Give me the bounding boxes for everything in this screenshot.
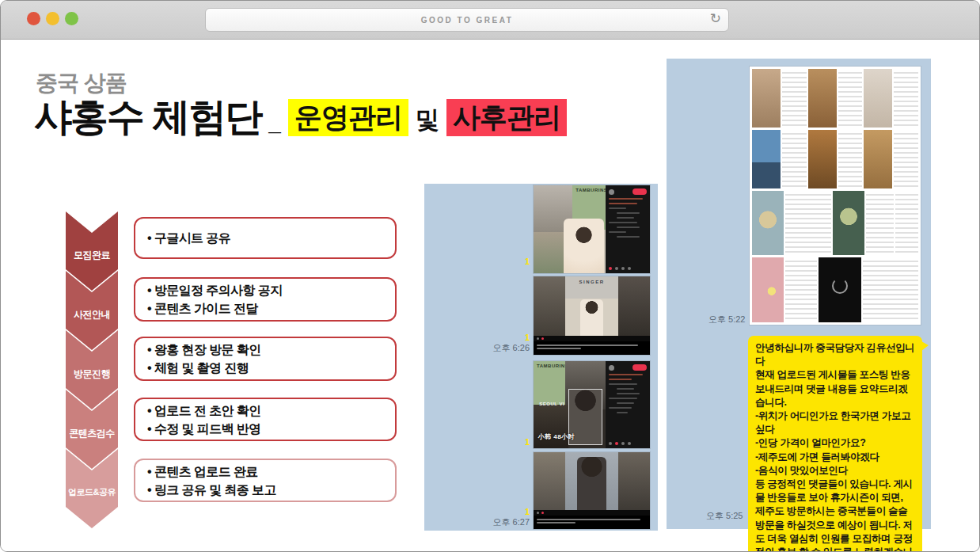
post-comment-panel xyxy=(606,361,650,448)
refresh-icon[interactable]: ↻ xyxy=(710,10,721,27)
video-frame: SINGER xyxy=(565,276,619,336)
slide-content: 중국 상품 샤홍수 체험단 _ 운영관리 및 사후관리 모집완료 사전안내 방문… xyxy=(1,40,979,552)
flow-step-box-3: • 왕홍 현장 방문 확인 • 체험 및 촬영 진행 xyxy=(134,337,397,381)
chat-screenshot-left: TAMBURINS 1 xyxy=(424,184,658,531)
post-photo-collage: TAMBURINS xyxy=(534,185,606,273)
title-connector: 및 xyxy=(416,108,439,136)
step-item: • 수정 및 피드백 반영 xyxy=(147,420,383,438)
step-item: • 왕홍 현장 방문 확인 xyxy=(147,341,383,359)
tamburins-poster: TAMBURINS xyxy=(534,361,565,406)
photo-message[interactable]: TAMBURINS SEOUL VI 小韩 48小时 xyxy=(534,361,650,448)
chat-bubble-tail xyxy=(921,341,929,351)
address-bar[interactable]: GOOD TO GREAT ↻ xyxy=(205,8,729,32)
window-controls xyxy=(27,12,78,25)
message-meta: 1 오후 6:26 xyxy=(493,333,530,353)
browser-window: GOOD TO GREAT ↻ 중국 상품 샤홍수 체험단 _ 운영관리 및 사… xyxy=(0,0,980,552)
flow-step-box-1: • 구글시트 공유 xyxy=(134,217,397,259)
unread-count: 1 xyxy=(493,507,530,517)
flow-step-label: 사전안내 xyxy=(66,308,118,322)
unread-count: 1 xyxy=(525,437,530,447)
title-highlight-yellow: 운영관리 xyxy=(288,99,408,136)
close-window-button[interactable] xyxy=(27,12,40,25)
step-item: • 콘텐츠 가이드 전달 xyxy=(147,299,383,318)
slide-eyebrow: 중국 상품 xyxy=(36,68,127,98)
singer-sign: SINGER xyxy=(565,280,619,284)
flow-step-box-4: • 업로드 전 초안 확인 • 수정 및 피드백 반영 xyxy=(134,398,397,441)
step-item: • 구글시트 공유 xyxy=(147,229,383,247)
flow-step-label: 모집완료 xyxy=(66,249,118,262)
flow-step-label: 업로드&공유 xyxy=(66,486,118,498)
message-time: 오후 6:26 xyxy=(493,343,530,353)
step-item: • 링크 공유 및 최종 보고 xyxy=(147,481,383,499)
follow-button xyxy=(632,188,647,195)
minimize-window-button[interactable] xyxy=(46,12,59,25)
message-time: 오후 5:25 xyxy=(706,510,743,522)
posts-grid-image[interactable] xyxy=(750,67,921,325)
caption-label: 小韩 48小时 xyxy=(537,432,575,441)
flow-step-box-2: • 방문일정 주의사항 공지 • 콘텐츠 가이드 전달 xyxy=(134,277,397,322)
slide-title: 샤홍수 체험단 _ 운영관리 및 사후관리 xyxy=(34,98,567,136)
follow-button xyxy=(632,364,647,371)
message-meta: 1 오후 6:27 xyxy=(493,507,530,527)
title-highlight-red: 사후관리 xyxy=(446,99,567,136)
message-time: 오후 5:22 xyxy=(708,314,745,325)
post-comment-panel xyxy=(606,185,650,273)
title-main-text: 샤홍수 체험단 xyxy=(34,98,261,136)
seoul-vi-label: SEOUL VI xyxy=(539,402,564,406)
step-item: • 업로드 전 초안 확인 xyxy=(147,402,383,420)
browser-chrome: GOOD TO GREAT ↻ xyxy=(1,1,979,40)
chat-bubble[interactable]: 안녕하십니까 중국담당자 김유선입니다 현재 업로드된 게시물들 포스팅 반응 … xyxy=(748,336,922,552)
video-frame xyxy=(565,452,619,510)
flow-step-box-5: • 콘텐츠 업로드 완료 • 링크 공유 및 최종 보고 xyxy=(134,459,397,502)
post-photo-collage: TAMBURINS SEOUL VI 小韩 48小时 xyxy=(534,361,606,448)
chat-screenshot-right: 오후 5:22 안녕하십니까 중국담당자 김유선입니다 현재 업로드된 게시물들… xyxy=(667,59,931,529)
photo-message[interactable]: TAMBURINS xyxy=(534,185,650,273)
message-time: 오후 6:27 xyxy=(493,517,530,527)
video-thumbnail xyxy=(819,257,861,322)
step-item: • 콘텐츠 업로드 완료 xyxy=(147,463,383,481)
zoom-window-button[interactable] xyxy=(65,12,78,25)
step-item: • 체험 및 촬영 진행 xyxy=(147,359,383,377)
message-meta: 1 xyxy=(525,257,530,267)
address-bar-text: GOOD TO GREAT xyxy=(421,16,514,25)
title-separator: _ xyxy=(268,112,281,136)
loading-spinner-icon xyxy=(832,278,848,294)
unread-count: 1 xyxy=(493,333,530,343)
step-item: • 방문일정 주의사항 공지 xyxy=(147,281,383,299)
unread-count: 1 xyxy=(525,257,530,267)
flow-step-label: 콘텐츠검수 xyxy=(66,427,118,440)
photo-message[interactable] xyxy=(534,452,650,529)
photo-message[interactable]: SINGER xyxy=(534,276,650,355)
message-meta: 1 xyxy=(525,437,530,447)
flow-step-label: 방문진행 xyxy=(66,367,118,381)
